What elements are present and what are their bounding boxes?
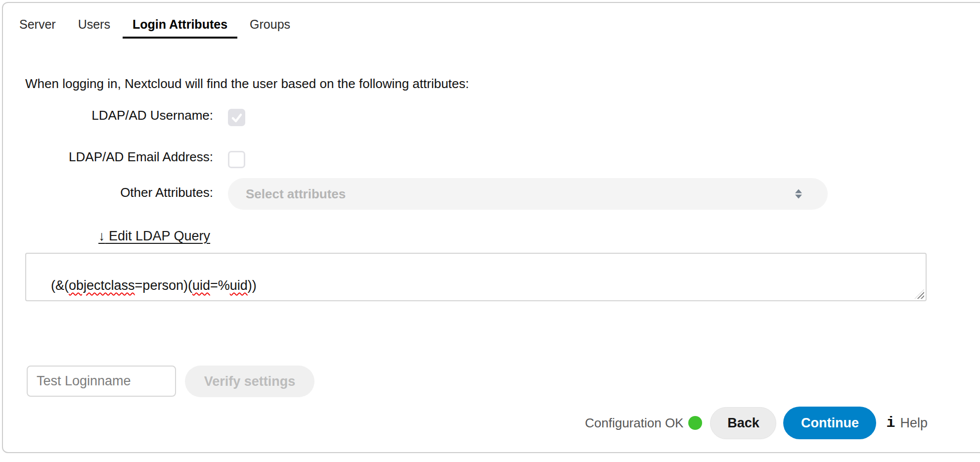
edit-ldap-query-label: Edit LDAP Query: [109, 229, 210, 243]
select-placeholder: Select attributes: [246, 186, 346, 202]
status-ok-icon: [688, 416, 702, 430]
info-icon: i: [886, 415, 895, 431]
ldap-query-textarea[interactable]: (&(objectclass=person)(uid=%uid)): [25, 253, 927, 301]
intro-text: When logging in, Nextcloud will find the…: [25, 76, 469, 92]
back-button[interactable]: Back: [710, 407, 776, 439]
other-attributes-select[interactable]: Select attributes: [228, 178, 828, 210]
test-loginname-input[interactable]: [27, 366, 176, 397]
tab-users[interactable]: Users: [68, 13, 120, 39]
email-checkbox[interactable]: [228, 151, 245, 168]
username-label: LDAP/AD Username:: [25, 108, 213, 123]
ldap-wizard-panel: Server Users Login Attributes Groups Whe…: [2, 2, 980, 453]
footer-bar: Configuration OK Back Continue i Help: [3, 406, 928, 440]
edit-ldap-query-link[interactable]: ↓ Edit LDAP Query: [98, 229, 210, 244]
verify-settings-button[interactable]: Verify settings: [185, 366, 314, 397]
resize-handle[interactable]: [915, 289, 924, 299]
sort-arrows-icon: [795, 189, 802, 199]
tab-login-attributes[interactable]: Login Attributes: [123, 13, 237, 39]
tab-groups[interactable]: Groups: [240, 13, 300, 39]
wizard-tabs: Server Users Login Attributes Groups: [9, 13, 300, 39]
help-link[interactable]: Help: [900, 416, 928, 431]
check-icon: [231, 112, 243, 124]
email-label: LDAP/AD Email Address:: [25, 149, 213, 165]
tab-server[interactable]: Server: [9, 13, 66, 39]
down-arrow-icon: ↓: [98, 229, 105, 243]
username-checkbox[interactable]: [228, 109, 245, 126]
configuration-status-text: Configuration OK: [585, 416, 683, 431]
ldap-query-text: (&(objectclass=person)(uid=%uid)): [51, 278, 257, 293]
other-attributes-label: Other Attributes:: [25, 185, 213, 200]
continue-button[interactable]: Continue: [783, 407, 876, 439]
